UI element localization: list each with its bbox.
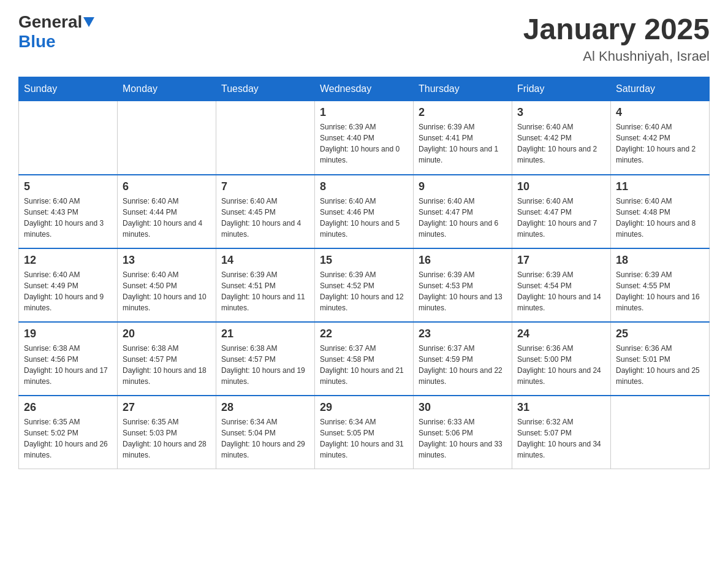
day-number: 25 xyxy=(616,327,704,340)
day-number: 10 xyxy=(517,180,605,193)
calendar-cell: 21Sunrise: 6:38 AM Sunset: 4:57 PM Dayli… xyxy=(216,322,315,396)
day-number: 13 xyxy=(123,254,211,267)
header-cell-thursday: Thursday xyxy=(414,77,512,101)
calendar-cell: 27Sunrise: 6:35 AM Sunset: 5:03 PM Dayli… xyxy=(118,396,216,469)
day-info: Sunrise: 6:35 AM Sunset: 5:02 PM Dayligh… xyxy=(24,416,112,461)
calendar-cell: 25Sunrise: 6:36 AM Sunset: 5:01 PM Dayli… xyxy=(611,322,710,396)
day-info: Sunrise: 6:40 AM Sunset: 4:47 PM Dayligh… xyxy=(419,196,507,240)
day-info: Sunrise: 6:40 AM Sunset: 4:45 PM Dayligh… xyxy=(221,196,309,240)
day-number: 14 xyxy=(221,254,309,267)
calendar-table: SundayMondayTuesdayWednesdayThursdayFrid… xyxy=(18,77,710,469)
day-info: Sunrise: 6:40 AM Sunset: 4:47 PM Dayligh… xyxy=(517,196,605,240)
calendar-cell: 5Sunrise: 6:40 AM Sunset: 4:43 PM Daylig… xyxy=(19,175,118,248)
calendar-cell: 11Sunrise: 6:40 AM Sunset: 4:48 PM Dayli… xyxy=(611,175,710,248)
calendar-cell: 10Sunrise: 6:40 AM Sunset: 4:47 PM Dayli… xyxy=(512,175,611,248)
day-number: 16 xyxy=(419,254,507,267)
day-info: Sunrise: 6:39 AM Sunset: 4:55 PM Dayligh… xyxy=(616,269,704,313)
day-info: Sunrise: 6:38 AM Sunset: 4:57 PM Dayligh… xyxy=(123,343,211,387)
day-number: 7 xyxy=(221,180,309,193)
day-info: Sunrise: 6:40 AM Sunset: 4:49 PM Dayligh… xyxy=(24,269,112,313)
day-number: 9 xyxy=(419,180,507,193)
calendar-cell: 7Sunrise: 6:40 AM Sunset: 4:45 PM Daylig… xyxy=(216,175,315,248)
header-cell-monday: Monday xyxy=(118,77,216,101)
day-number: 5 xyxy=(24,180,112,193)
calendar-cell: 24Sunrise: 6:36 AM Sunset: 5:00 PM Dayli… xyxy=(512,322,611,396)
calendar-cell: 19Sunrise: 6:38 AM Sunset: 4:56 PM Dayli… xyxy=(19,322,118,396)
day-info: Sunrise: 6:33 AM Sunset: 5:06 PM Dayligh… xyxy=(419,416,507,461)
day-info: Sunrise: 6:37 AM Sunset: 4:58 PM Dayligh… xyxy=(320,343,408,387)
calendar-cell: 15Sunrise: 6:39 AM Sunset: 4:52 PM Dayli… xyxy=(315,248,414,322)
day-info: Sunrise: 6:40 AM Sunset: 4:43 PM Dayligh… xyxy=(24,196,112,240)
header-cell-sunday: Sunday xyxy=(19,77,118,101)
day-info: Sunrise: 6:39 AM Sunset: 4:52 PM Dayligh… xyxy=(320,269,408,313)
day-number: 28 xyxy=(221,401,309,414)
calendar-cell: 20Sunrise: 6:38 AM Sunset: 4:57 PM Dayli… xyxy=(118,322,216,396)
calendar-cell: 1Sunrise: 6:39 AM Sunset: 4:40 PM Daylig… xyxy=(315,101,414,175)
day-info: Sunrise: 6:40 AM Sunset: 4:42 PM Dayligh… xyxy=(517,121,605,166)
location-title: Al Khushniyah, Israel xyxy=(523,48,710,64)
day-info: Sunrise: 6:39 AM Sunset: 4:53 PM Dayligh… xyxy=(419,269,507,313)
day-number: 18 xyxy=(616,254,704,267)
day-info: Sunrise: 6:34 AM Sunset: 5:05 PM Dayligh… xyxy=(320,416,408,461)
calendar-cell: 29Sunrise: 6:34 AM Sunset: 5:05 PM Dayli… xyxy=(315,396,414,469)
calendar-week-row: 19Sunrise: 6:38 AM Sunset: 4:56 PM Dayli… xyxy=(19,322,710,396)
day-info: Sunrise: 6:39 AM Sunset: 4:40 PM Dayligh… xyxy=(320,121,408,166)
day-info: Sunrise: 6:32 AM Sunset: 5:07 PM Dayligh… xyxy=(517,416,605,461)
day-number: 19 xyxy=(24,327,112,340)
title-section: January 2025 Al Khushniyah, Israel xyxy=(523,12,710,64)
calendar-cell: 4Sunrise: 6:40 AM Sunset: 4:42 PM Daylig… xyxy=(611,101,710,175)
day-number: 27 xyxy=(123,401,211,414)
header-cell-wednesday: Wednesday xyxy=(315,77,414,101)
calendar-cell: 26Sunrise: 6:35 AM Sunset: 5:02 PM Dayli… xyxy=(19,396,118,469)
calendar-week-row: 26Sunrise: 6:35 AM Sunset: 5:02 PM Dayli… xyxy=(19,396,710,469)
calendar-cell: 14Sunrise: 6:39 AM Sunset: 4:51 PM Dayli… xyxy=(216,248,315,322)
day-number: 29 xyxy=(320,401,408,414)
day-info: Sunrise: 6:34 AM Sunset: 5:04 PM Dayligh… xyxy=(221,416,309,461)
day-info: Sunrise: 6:38 AM Sunset: 4:56 PM Dayligh… xyxy=(24,343,112,387)
calendar-cell: 9Sunrise: 6:40 AM Sunset: 4:47 PM Daylig… xyxy=(414,175,512,248)
calendar-cell: 31Sunrise: 6:32 AM Sunset: 5:07 PM Dayli… xyxy=(512,396,611,469)
calendar-cell xyxy=(611,396,710,469)
calendar-week-row: 12Sunrise: 6:40 AM Sunset: 4:49 PM Dayli… xyxy=(19,248,710,322)
calendar-cell xyxy=(118,101,216,175)
day-info: Sunrise: 6:36 AM Sunset: 5:01 PM Dayligh… xyxy=(616,343,704,387)
day-number: 1 xyxy=(320,106,408,119)
day-info: Sunrise: 6:39 AM Sunset: 4:51 PM Dayligh… xyxy=(221,269,309,313)
day-number: 17 xyxy=(517,254,605,267)
day-info: Sunrise: 6:40 AM Sunset: 4:44 PM Dayligh… xyxy=(123,196,211,240)
header-cell-tuesday: Tuesday xyxy=(216,77,315,101)
day-number: 4 xyxy=(616,106,704,119)
day-number: 24 xyxy=(517,327,605,340)
day-info: Sunrise: 6:39 AM Sunset: 4:54 PM Dayligh… xyxy=(517,269,605,313)
day-number: 12 xyxy=(24,254,112,267)
calendar-cell: 8Sunrise: 6:40 AM Sunset: 4:46 PM Daylig… xyxy=(315,175,414,248)
day-info: Sunrise: 6:40 AM Sunset: 4:46 PM Dayligh… xyxy=(320,196,408,240)
day-number: 6 xyxy=(123,180,211,193)
page-header: General Blue January 2025 Al Khushniyah,… xyxy=(18,12,710,64)
day-info: Sunrise: 6:37 AM Sunset: 4:59 PM Dayligh… xyxy=(419,343,507,387)
logo-blue-text: Blue xyxy=(18,32,94,52)
day-number: 30 xyxy=(419,401,507,414)
calendar-cell xyxy=(216,101,315,175)
calendar-cell: 3Sunrise: 6:40 AM Sunset: 4:42 PM Daylig… xyxy=(512,101,611,175)
logo-general-text: General xyxy=(18,12,82,32)
day-number: 26 xyxy=(24,401,112,414)
calendar-cell: 22Sunrise: 6:37 AM Sunset: 4:58 PM Dayli… xyxy=(315,322,414,396)
day-number: 2 xyxy=(419,106,507,119)
day-info: Sunrise: 6:39 AM Sunset: 4:41 PM Dayligh… xyxy=(419,121,507,166)
calendar-cell: 18Sunrise: 6:39 AM Sunset: 4:55 PM Dayli… xyxy=(611,248,710,322)
day-number: 23 xyxy=(419,327,507,340)
day-info: Sunrise: 6:38 AM Sunset: 4:57 PM Dayligh… xyxy=(221,343,309,387)
day-info: Sunrise: 6:40 AM Sunset: 4:50 PM Dayligh… xyxy=(123,269,211,313)
month-title: January 2025 xyxy=(523,12,710,46)
header-row: SundayMondayTuesdayWednesdayThursdayFrid… xyxy=(19,77,710,101)
day-number: 20 xyxy=(123,327,211,340)
calendar-cell: 13Sunrise: 6:40 AM Sunset: 4:50 PM Dayli… xyxy=(118,248,216,322)
day-number: 3 xyxy=(517,106,605,119)
day-number: 8 xyxy=(320,180,408,193)
day-info: Sunrise: 6:35 AM Sunset: 5:03 PM Dayligh… xyxy=(123,416,211,461)
header-cell-friday: Friday xyxy=(512,77,611,101)
calendar-cell: 16Sunrise: 6:39 AM Sunset: 4:53 PM Dayli… xyxy=(414,248,512,322)
day-number: 11 xyxy=(616,180,704,193)
calendar-cell: 6Sunrise: 6:40 AM Sunset: 4:44 PM Daylig… xyxy=(118,175,216,248)
